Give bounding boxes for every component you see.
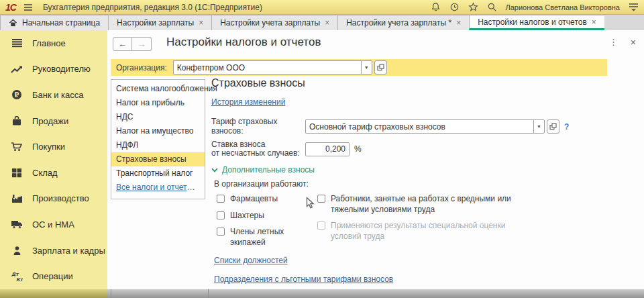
- list-item[interactable]: Система налогообложения: [111, 82, 205, 96]
- tab-close-icon[interactable]: ×: [199, 19, 203, 27]
- tab-label: Начальная страница: [22, 18, 100, 28]
- debit-credit-icon: ДтКт: [11, 270, 23, 282]
- additional-contributions-section[interactable]: Дополнительные взносы: [211, 165, 627, 175]
- trend-chart-icon: [11, 63, 23, 74]
- main-sidebar: Главное Руководителю Р Банк и касса Прод…: [0, 30, 107, 289]
- list-item[interactable]: НДС: [111, 110, 205, 124]
- open-link-icon: [549, 123, 557, 130]
- tariff-input[interactable]: [305, 119, 533, 134]
- bottom-strip-sidebar: [0, 289, 107, 298]
- person-icon: [11, 245, 23, 256]
- checkbox-miners[interactable]: Шахтеры: [217, 211, 317, 221]
- app-window: 1С Бухгалтерия предприятия, редакция 3.0…: [0, 0, 644, 298]
- svg-text:Кт: Кт: [16, 277, 23, 282]
- svg-text:Р: Р: [15, 91, 19, 99]
- list-item[interactable]: Транспортный налог: [111, 166, 205, 181]
- tabbar-empty-space: [604, 15, 644, 30]
- checkbox-label: Работники, занятые на работах с вредными…: [331, 194, 519, 215]
- accident-rate-label-line2: от несчастных случаев:: [211, 148, 300, 158]
- sidebar-item-purchases[interactable]: Покупки: [0, 134, 107, 160]
- organization-input[interactable]: [173, 60, 361, 74]
- tab-salary-accounting-settings-modified[interactable]: Настройки учета зарплаты * ×: [337, 15, 469, 30]
- 1c-logo: 1С: [5, 2, 16, 13]
- close-form-button[interactable]: ×: [631, 37, 636, 48]
- boxes-icon: [11, 167, 23, 179]
- list-item[interactable]: Налог на имущество: [111, 124, 205, 138]
- checkbox-columns: Фармацевты Шахтеры Члены летных экипажей: [217, 194, 627, 254]
- cart-icon: [11, 141, 23, 152]
- organization-dropdown-button[interactable]: ▼: [361, 60, 372, 74]
- page-title: Настройки налогов и отчетов: [166, 36, 321, 49]
- checkbox-pharmacists[interactable]: Фармацевты: [217, 194, 317, 205]
- more-menu-button[interactable]: ⋮: [609, 37, 619, 47]
- tax-sections-list: Система налогообложения Налог на прибыль…: [111, 79, 205, 199]
- list-item[interactable]: НДФЛ: [111, 138, 205, 152]
- sidebar-item-production[interactable]: Производство: [0, 186, 107, 212]
- tab-taxes-reports-settings[interactable]: Настройки налогов и отчетов ×: [469, 15, 604, 30]
- sidebar-item-label: Склад: [32, 168, 58, 178]
- checkbox-box[interactable]: [217, 211, 225, 219]
- current-user[interactable]: Ларионова Светлана Викторовна: [505, 3, 620, 11]
- checkbox-flight-crews[interactable]: Члены летных экипажей: [217, 227, 317, 248]
- list-item-selected[interactable]: Страховые взносы: [111, 152, 205, 166]
- sidebar-item-label: Главное: [32, 38, 66, 48]
- sidebar-item-manager[interactable]: Руководителю: [0, 56, 107, 83]
- chevron-down-icon: [211, 168, 218, 172]
- tab-salary-accounting-settings[interactable]: Настройки учета зарплаты ×: [211, 15, 337, 30]
- tab-close-icon[interactable]: ×: [456, 19, 461, 27]
- service-menu-icon[interactable]: [628, 2, 639, 13]
- checkbox-box[interactable]: [217, 195, 225, 203]
- position-lists-link[interactable]: Списки должностей: [214, 256, 288, 265]
- tab-salary-settings[interactable]: Настройки зарплаты ×: [108, 15, 211, 30]
- factory-icon: [11, 193, 23, 204]
- tab-close-icon[interactable]: ×: [592, 18, 596, 26]
- sidebar-item-sales[interactable]: Продажи: [0, 108, 107, 134]
- sidebar-item-operations[interactable]: ДтКт Операции: [0, 263, 107, 289]
- tab-close-icon[interactable]: ×: [325, 19, 329, 27]
- subdivisions-link[interactable]: Подразделения с льготными тарифами взнос…: [214, 275, 393, 284]
- accident-rate-input[interactable]: [305, 142, 350, 156]
- sidebar-item-salary-hr[interactable]: Зарплата и кадры: [0, 238, 107, 264]
- all-taxes-link[interactable]: Все налоги и отчеты (еще ...: [111, 183, 201, 192]
- tariff-label: Тариф страховых взносов:: [211, 117, 305, 136]
- organization-label: Организация:: [116, 63, 167, 72]
- window-title: Бухгалтерия предприятия, редакция 3.0 (1…: [43, 3, 424, 12]
- checkbox-hazardous-work[interactable]: Работники, занятые на работах с вредными…: [317, 194, 519, 215]
- home-icon: [9, 19, 17, 27]
- list-item[interactable]: Налог на прибыль: [111, 96, 205, 110]
- history-link[interactable]: История изменений: [211, 97, 285, 107]
- back-button[interactable]: ←: [113, 37, 132, 51]
- search-icon[interactable]: [486, 2, 497, 13]
- tariff-help-icon[interactable]: ?: [564, 122, 569, 132]
- sidebar-item-label: Зарплата и кадры: [32, 246, 105, 256]
- titlebar: 1С Бухгалтерия предприятия, редакция 3.0…: [0, 0, 644, 15]
- main-menu-icon[interactable]: [23, 2, 34, 13]
- checkbox-box: [317, 221, 325, 230]
- sidebar-item-label: Операции: [32, 271, 73, 281]
- notifications-bell-icon[interactable]: [430, 2, 441, 13]
- bottom-strip-content: [107, 289, 644, 298]
- sidebar-item-main[interactable]: Главное: [0, 30, 107, 56]
- checkbox-label: Фармацевты: [230, 194, 278, 205]
- menu-lines-icon: [11, 38, 23, 49]
- insurance-contributions-form: Страховые взносы История изменений Тариф…: [211, 77, 627, 298]
- briefcase-icon: [11, 115, 23, 127]
- tab-label: Настройки налогов и отчетов: [478, 17, 587, 27]
- section-label: Дополнительные взносы: [222, 165, 315, 175]
- tariff-open-button[interactable]: [547, 119, 559, 134]
- tariff-dropdown-button[interactable]: ▼: [533, 119, 545, 134]
- history-icon[interactable]: [449, 2, 460, 13]
- favorites-star-icon[interactable]: [468, 2, 478, 13]
- checkbox-box[interactable]: [317, 195, 325, 203]
- sidebar-item-bank-cash[interactable]: Р Банк и касса: [0, 82, 107, 108]
- checkbox-special-assessment-disabled: Применяются результаты специальной оценк…: [317, 221, 519, 242]
- checkbox-box[interactable]: [217, 228, 225, 236]
- sidebar-item-fixed-assets[interactable]: ОС и НМА: [0, 211, 107, 238]
- forward-button[interactable]: →: [132, 37, 152, 51]
- tab-home[interactable]: Начальная страница: [0, 15, 108, 30]
- page-header: ← → Настройки налогов и отчетов ⋮ ×: [107, 30, 644, 58]
- checkbox-label: Применяются результаты специальной оценк…: [331, 221, 519, 242]
- checkbox-label: Шахтеры: [230, 211, 264, 221]
- sidebar-item-warehouse[interactable]: Склад: [0, 160, 107, 186]
- organization-open-button[interactable]: [374, 60, 387, 74]
